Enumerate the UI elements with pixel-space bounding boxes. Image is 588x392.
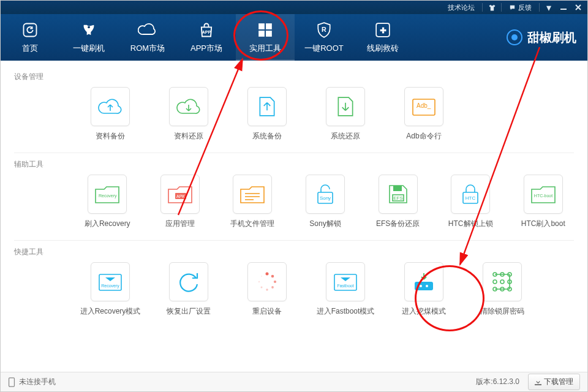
status-version: 版本:6.12.3.0 bbox=[476, 377, 519, 387]
nav-line-flash[interactable]: 线刷救砖 bbox=[353, 14, 412, 61]
tool-clear-lock[interactable]: 清除锁屏密码 bbox=[469, 262, 536, 317]
nav-rom-market[interactable]: ROM市场 bbox=[118, 14, 177, 61]
download-icon bbox=[535, 379, 541, 385]
svg-text:HTC: HTC bbox=[466, 195, 476, 201]
cycle-icon bbox=[176, 270, 201, 294]
nav-label: ROM市场 bbox=[130, 43, 165, 54]
tool-download-mode[interactable]: 进入挖煤模式 bbox=[390, 262, 458, 317]
lock-sony-icon: Sony bbox=[315, 183, 336, 206]
tool-system-backup[interactable]: 系统备份 bbox=[233, 87, 301, 141]
folder-htcboot-icon: HTC-boot bbox=[530, 184, 557, 205]
section-title-device: 设备管理 bbox=[14, 72, 574, 82]
tool-label: 刷入Recovery bbox=[85, 219, 130, 229]
tool-adb[interactable]: Adb_ Adb命令行 bbox=[390, 87, 458, 141]
page-up-icon bbox=[257, 96, 277, 118]
tool-system-restore[interactable]: 系统还原 bbox=[312, 87, 379, 141]
cloud-down-icon bbox=[176, 96, 201, 117]
svg-rect-6 bbox=[258, 31, 265, 37]
svg-rect-11 bbox=[382, 28, 384, 29]
svg-point-36 bbox=[258, 281, 260, 283]
lock-htc-icon: HTC bbox=[460, 183, 481, 206]
svg-point-46 bbox=[493, 280, 497, 284]
speech-icon bbox=[509, 4, 516, 11]
cloud-icon bbox=[137, 21, 158, 39]
tool-label: Adb命令行 bbox=[406, 131, 441, 141]
tshirt-icon[interactable] bbox=[485, 1, 499, 14]
plus-square-icon bbox=[372, 21, 393, 39]
navbar: 首页 一键刷机 ROM市场 APP APP市场 实用工具 R 一键ROOT 线刷 bbox=[1, 14, 587, 61]
tool-reboot[interactable]: 重启设备 bbox=[233, 262, 301, 317]
close-icon[interactable] bbox=[571, 1, 585, 14]
svg-text:EFS: EFS bbox=[393, 195, 403, 201]
svg-point-2 bbox=[88, 26, 90, 28]
feedback-link[interactable]: 反馈 bbox=[504, 1, 537, 14]
svg-point-33 bbox=[271, 286, 274, 288]
tool-sony-unlock[interactable]: Sony Sony解锁 bbox=[295, 175, 356, 229]
svg-point-37 bbox=[261, 276, 262, 277]
download-manager-button[interactable]: 下载管理 bbox=[528, 374, 580, 390]
tool-restore-data[interactable]: 资料还原 bbox=[155, 87, 222, 141]
tool-htc-unlock[interactable]: HTC HTC解锁上锁 bbox=[440, 175, 502, 229]
svg-rect-10 bbox=[380, 29, 382, 31]
svg-rect-38 bbox=[334, 274, 356, 290]
svg-point-42 bbox=[426, 285, 428, 287]
cloud-up-icon bbox=[98, 96, 123, 117]
nav-tools[interactable]: 实用工具 bbox=[236, 14, 295, 61]
svg-rect-12 bbox=[382, 31, 384, 33]
tool-label: 重启设备 bbox=[252, 306, 282, 317]
nav-label: 首页 bbox=[22, 43, 38, 54]
tool-enter-recovery[interactable]: Recovery 进入Recovery模式 bbox=[77, 262, 144, 317]
tool-label: 进入Fastboot模式 bbox=[317, 306, 375, 317]
tool-label: 资料备份 bbox=[96, 131, 125, 141]
rocket-icon bbox=[78, 21, 99, 39]
loading-icon bbox=[255, 270, 279, 293]
brand-logo-icon bbox=[507, 29, 522, 45]
tool-label: 进入Recovery模式 bbox=[80, 306, 141, 317]
svg-text:APP: APP bbox=[202, 30, 211, 34]
svg-point-47 bbox=[500, 280, 504, 284]
folder-files-icon bbox=[239, 183, 266, 205]
svg-text:HTC-boot: HTC-boot bbox=[534, 194, 552, 198]
svg-text:R: R bbox=[322, 26, 326, 33]
svg-rect-22 bbox=[393, 186, 402, 191]
tool-efs[interactable]: EFS EFS备份还原 bbox=[367, 175, 429, 229]
shield-icon: R bbox=[314, 21, 334, 39]
tool-htc-boot[interactable]: HTC-boot HTC刷入boot bbox=[512, 175, 574, 229]
svg-point-35 bbox=[261, 287, 263, 288]
forum-link[interactable]: 技术论坛 bbox=[443, 1, 480, 14]
svg-point-41 bbox=[420, 285, 422, 287]
nav-label: 线刷救砖 bbox=[367, 43, 399, 54]
tool-app-manage[interactable]: APK 应用管理 bbox=[149, 175, 211, 229]
menu-dropdown-icon[interactable]: ▾ bbox=[542, 1, 556, 14]
svg-rect-0 bbox=[560, 9, 567, 10]
bag-icon: APP bbox=[196, 21, 217, 39]
tool-label: HTC刷入boot bbox=[521, 219, 565, 229]
svg-text:APK: APK bbox=[176, 194, 185, 198]
svg-rect-14 bbox=[382, 29, 384, 31]
nav-root[interactable]: R 一键ROOT bbox=[295, 14, 353, 61]
tool-backup-data[interactable]: 资料备份 bbox=[77, 87, 144, 141]
pattern-icon bbox=[490, 270, 514, 294]
enter-recovery-icon: Recovery bbox=[97, 271, 124, 293]
folder-recovery-icon: Recovery bbox=[94, 183, 121, 205]
svg-text:Recovery: Recovery bbox=[99, 194, 117, 198]
svg-rect-7 bbox=[266, 31, 272, 37]
nav-label: 一键ROOT bbox=[304, 43, 344, 54]
titlebar-divider bbox=[482, 3, 483, 12]
nav-oneclick-flash[interactable]: 一键刷机 bbox=[59, 14, 118, 61]
tool-factory-reset[interactable]: 恢复出厂设置 bbox=[155, 262, 222, 317]
tool-enter-fastboot[interactable]: Fastboot 进入Fastboot模式 bbox=[312, 262, 379, 317]
svg-point-32 bbox=[274, 281, 276, 283]
folder-apk-icon: APK bbox=[167, 183, 194, 205]
nav-app-market[interactable]: APP APP市场 bbox=[177, 14, 236, 61]
tool-file-manage[interactable]: 手机文件管理 bbox=[222, 175, 284, 229]
tool-label: 资料还原 bbox=[174, 131, 203, 141]
minimize-icon[interactable] bbox=[557, 1, 570, 14]
svg-rect-40 bbox=[415, 282, 433, 290]
tool-flash-recovery[interactable]: Recovery 刷入Recovery bbox=[77, 175, 138, 229]
titlebar: 技术论坛 反馈 ▾ bbox=[1, 1, 587, 14]
nav-label: 一键刷机 bbox=[73, 43, 105, 54]
nav-home[interactable]: 首页 bbox=[1, 14, 59, 61]
tool-label: 系统备份 bbox=[252, 131, 282, 141]
terminal-icon: Adb_ bbox=[411, 96, 437, 117]
